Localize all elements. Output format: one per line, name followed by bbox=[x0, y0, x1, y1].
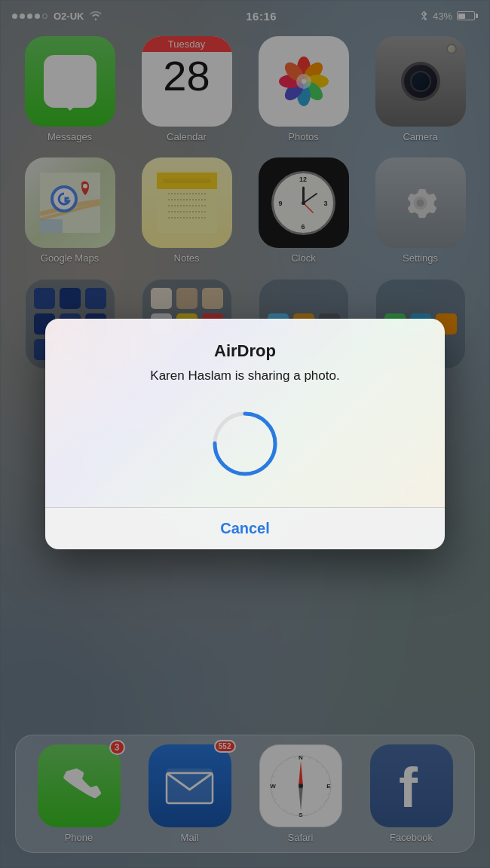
spinner-svg bbox=[207, 406, 283, 481]
airdrop-message: Karen Haslam is sharing a photo. bbox=[150, 368, 339, 384]
overlay-backdrop: AirDrop Karen Haslam is sharing a photo.… bbox=[0, 0, 490, 868]
cancel-button[interactable]: Cancel bbox=[45, 508, 445, 549]
airdrop-dialog: AirDrop Karen Haslam is sharing a photo.… bbox=[45, 319, 445, 549]
airdrop-title: AirDrop bbox=[214, 341, 276, 361]
dialog-content: AirDrop Karen Haslam is sharing a photo. bbox=[45, 319, 445, 507]
cancel-text: Cancel bbox=[220, 520, 270, 536]
progress-spinner bbox=[207, 406, 283, 481]
